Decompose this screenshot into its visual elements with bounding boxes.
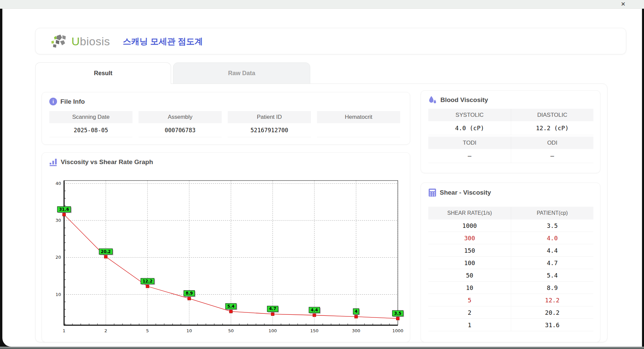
close-icon[interactable]: ✕: [621, 0, 626, 8]
shear-rate-cell: 1: [428, 319, 511, 331]
x-axis-tick-label: 5: [146, 328, 149, 333]
field-value: 52167912700: [228, 123, 311, 137]
point-label-text: 5.4: [227, 304, 234, 309]
x-axis-tick-label: 150: [310, 328, 319, 333]
file-info-col-scanning-date: Scanning Date 2025-08-05: [49, 111, 132, 137]
bv-value-todi: –: [428, 149, 511, 163]
patient-cell: 8.9: [511, 282, 593, 294]
shear-table-header: SHEAR RATE(1/s) PATIENT(cp): [428, 207, 593, 219]
shear-rate-cell: 50: [428, 269, 511, 281]
tab-result[interactable]: Result: [35, 62, 171, 84]
y-axis-tick-label: 40: [55, 181, 61, 186]
header-card: Ubiosis 스캐닝 모세관 점도계: [35, 28, 626, 54]
patient-cell: 4.7: [511, 257, 593, 269]
field-label: Scanning Date: [49, 111, 132, 123]
blood-viscosity-title-text: Blood Viscosity: [440, 96, 488, 104]
field-value: 2025-08-05: [49, 123, 132, 137]
table-row: 220.2: [428, 306, 593, 319]
shear-rate-cell: 300: [428, 232, 511, 244]
file-info-col-patient-id: Patient ID 52167912700: [228, 111, 311, 137]
point-label-text: 4.7: [269, 306, 276, 311]
field-label: Patient ID: [228, 111, 311, 123]
graph-title-text: Viscosity vs Shear Rate Graph: [61, 158, 153, 166]
calculator-icon: [428, 188, 436, 197]
shear-table-body: 10003.53004.01504.41004.7505.4108.9512.2…: [428, 219, 593, 331]
droplets-icon: [428, 96, 437, 104]
brand-u: U: [71, 35, 80, 48]
bv-value-systolic: 4.0 (cP): [428, 121, 511, 135]
patient-cell: 4.0: [511, 232, 593, 244]
table-row: 108.9: [428, 282, 593, 294]
x-axis-tick-label: 50: [228, 328, 234, 333]
x-axis-tick-label: 2: [104, 328, 107, 333]
shear-viscosity-table: SHEAR RATE(1/s) PATIENT(cp) 10003.53004.…: [428, 207, 593, 331]
patient-cell: 5.4: [511, 269, 593, 281]
shear-rate-cell: 5: [428, 294, 511, 306]
ubiosis-logo-mark: [50, 33, 69, 50]
file-info-col-assembly: Assembly 000706783: [139, 111, 222, 137]
graph-title: Viscosity vs Shear Rate Graph: [49, 158, 153, 166]
blood-viscosity-panel: Blood Viscosity SYSTOLIC DIASTOLIC 4.0 (…: [421, 90, 600, 173]
patient-cell: 31.6: [511, 319, 593, 331]
point-label-text: 3.5: [394, 311, 401, 316]
x-axis-tick-label: 10: [186, 328, 192, 333]
bv-header-todi: TODI: [428, 137, 511, 149]
tab-raw-data[interactable]: Raw Data: [173, 62, 310, 84]
x-axis-tick-label: 300: [352, 328, 360, 333]
point-label-text: 31.6: [59, 207, 69, 212]
bv-header-systolic: SYSTOLIC: [428, 109, 511, 121]
table-row: 505.4: [428, 269, 593, 282]
window-bottom-edge: [0, 347, 644, 349]
shear-viscosity-title-text: Shear - Viscosity: [440, 189, 491, 196]
patient-cell: 3.5: [511, 219, 593, 232]
point-label-text: 8.9: [185, 291, 193, 296]
y-axis-tick-label: 30: [55, 218, 61, 223]
table-row: 10003.5: [428, 219, 593, 232]
patient-cell: 20.2: [511, 306, 593, 318]
shear-viscosity-panel: Shear - Viscosity SHEAR RATE(1/s) PATIEN…: [421, 183, 600, 342]
blood-viscosity-table: SYSTOLIC DIASTOLIC 4.0 (cP) 12.2 (cP) TO…: [428, 109, 593, 163]
window-titlebar: ✕: [0, 0, 644, 9]
x-axis-tick-label: 100: [268, 328, 277, 333]
shear-rate-cell: 150: [428, 244, 511, 256]
field-label: Assembly: [139, 111, 222, 123]
shear-rate-cell: 2: [428, 306, 511, 318]
shear-rate-column-header: SHEAR RATE(1/s): [428, 207, 511, 219]
brand-text: Ubiosis: [71, 35, 110, 48]
blood-viscosity-title: Blood Viscosity: [428, 96, 488, 104]
point-label-text: 4.4: [311, 308, 318, 312]
y-axis-tick-label: 20: [55, 255, 61, 260]
point-label-text: 12.2: [143, 279, 153, 284]
viscosity-chart: 102030401251050100150300100031.620.212.2…: [47, 178, 406, 337]
file-info-title-text: File Info: [60, 98, 85, 105]
table-row: 1004.7: [428, 257, 593, 269]
shear-rate-cell: 10: [428, 282, 511, 294]
shear-rate-cell: 1000: [428, 219, 511, 232]
field-value: [317, 123, 400, 137]
ubiosis-logo: Ubiosis: [50, 32, 110, 51]
info-icon: i: [49, 98, 57, 105]
point-label-text: 20.2: [101, 249, 111, 254]
bv-header-diastolic: DIASTOLIC: [511, 109, 593, 121]
table-row: 1504.4: [428, 244, 593, 257]
bv-value-diastolic: 12.2 (cP): [511, 121, 593, 135]
table-row: 131.6: [428, 319, 593, 331]
patient-cell: 4.4: [511, 244, 593, 256]
app-title-korean: 스캐닝 모세관 점도계: [123, 28, 203, 55]
field-label: Hematocrit: [317, 111, 400, 123]
brand-rest: biosis: [80, 35, 110, 48]
data-line: [64, 214, 398, 318]
bar-chart-icon: [49, 158, 57, 166]
bv-value-odi: –: [511, 149, 593, 163]
table-row: 512.2: [428, 294, 593, 306]
patient-column-header: PATIENT(cp): [511, 207, 593, 219]
point-label-text: 4: [355, 309, 357, 314]
patient-cell: 12.2: [511, 294, 593, 306]
x-axis-tick-label: 1000: [392, 328, 403, 333]
file-info-col-hematocrit: Hematocrit: [317, 111, 400, 137]
file-info-panel: i File Info Scanning Date 2025-08-05 Ass…: [42, 92, 410, 145]
table-row: 3004.0: [428, 232, 593, 244]
graph-panel: Viscosity vs Shear Rate Graph 1020304012…: [42, 152, 410, 342]
shear-rate-cell: 100: [428, 257, 511, 269]
shear-viscosity-title: Shear - Viscosity: [428, 188, 491, 197]
